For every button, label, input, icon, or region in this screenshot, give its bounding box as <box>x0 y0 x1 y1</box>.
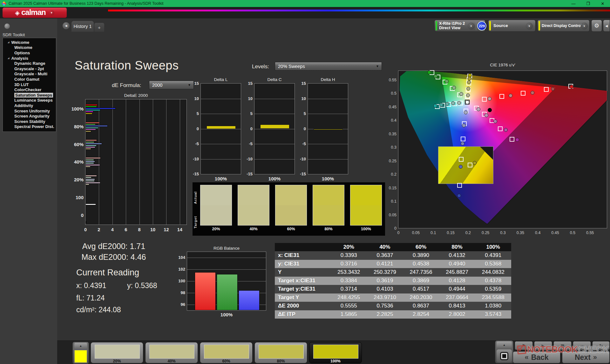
x-tick-label: 6 <box>121 227 131 232</box>
sidebar-item-luminance-sweeps[interactable]: Luminance Sweeps <box>3 98 56 103</box>
y-tick-label: -15 <box>244 172 253 176</box>
pattern-button-100%[interactable]: 100% <box>309 342 362 363</box>
table-cell: 0.4944 <box>439 286 475 292</box>
sidebar-item-saturation-sweeps[interactable]: Saturation Sweeps <box>3 92 56 98</box>
y-tick-label: 104 <box>177 255 185 260</box>
table-cell: 0.8413 <box>439 303 475 309</box>
table-cell: 3.5743 <box>475 311 511 318</box>
source-dropdown-icon[interactable]: ▼ <box>526 23 533 30</box>
sidebar-item-grayscale-2pt[interactable]: Grayscale - 2pt <box>3 66 56 71</box>
y-tick-label: 15 <box>191 81 199 86</box>
table-header-cell: 20% <box>331 244 367 250</box>
toolbar-button-3[interactable]: ▦ <box>553 341 572 350</box>
sidebar-item-grayscale-multi[interactable]: Grayscale - Multi <box>3 71 56 77</box>
sidebar-item-dynamic-range[interactable]: Dynamic Range <box>3 61 56 66</box>
table-row: ΔE ITP1.58652.28252.82542.80023.5743 <box>275 310 511 319</box>
sidebar-item-color-gamut[interactable]: Color Gamut <box>3 77 56 82</box>
meter-device-box[interactable]: X-Rite i1Pro 2 Direct View ▼ 229 <box>434 20 485 32</box>
next-button[interactable]: Next » <box>562 351 610 363</box>
rgb-bar-red <box>195 272 216 310</box>
sidebar-collapse-icon[interactable]: ◀ <box>63 22 70 29</box>
sidebar-item-additivity[interactable]: Additivity <box>3 103 56 108</box>
stop-button[interactable] <box>497 349 512 362</box>
toolbar-button-2[interactable]: ▶ <box>534 341 552 350</box>
measured-circle-red <box>488 97 491 101</box>
pattern-button-40%[interactable]: 40% <box>145 342 198 363</box>
group-label: 0 <box>69 212 85 218</box>
gridline <box>187 258 266 258</box>
minimize-button[interactable]: — <box>566 0 581 7</box>
close-button[interactable]: ✕ <box>595 0 610 7</box>
gridline <box>308 99 348 99</box>
toolbar-button-5[interactable]: ↻ <box>592 341 610 350</box>
workflow-title: SDR Toolkit <box>3 32 25 37</box>
sidebar-item-screen-uniformity[interactable]: Screen Uniformity <box>3 108 56 114</box>
table-cell: 0.5368 <box>475 261 511 267</box>
restore-button[interactable]: ❐ <box>581 0 595 7</box>
inset-target-square <box>468 163 472 167</box>
swatch-target <box>350 205 382 225</box>
sidebar-item-colorchecker[interactable]: ColorChecker <box>3 87 56 92</box>
pattern-swatch <box>259 345 304 359</box>
pattern-button-60%[interactable]: 60% <box>200 342 253 363</box>
back-button[interactable]: « Back <box>513 351 560 363</box>
device-name: X-Rite i1Pro 2 <box>439 21 465 26</box>
y-tick-label: 0.05 <box>383 213 396 217</box>
sidebar-item-screen-stability[interactable]: Screen Stability <box>3 119 56 124</box>
y-tick-label: 0.2 <box>383 172 396 177</box>
x-tick-label: 8 <box>135 227 144 232</box>
avg-de2000: Avg dE2000: 1.71 <box>74 241 154 252</box>
device-mode: Direct View <box>439 26 465 30</box>
y-tick-label: 0.55 <box>383 78 396 82</box>
sidebar-item-analysis[interactable]: ◢Analysis <box>3 56 56 61</box>
device-dropdown-icon[interactable]: ▼ <box>468 23 475 30</box>
delta-c-chart: 151050-5-10-15 <box>254 83 295 174</box>
settings-button[interactable]: ⚙ <box>591 20 602 32</box>
display-control-dropdown-icon[interactable]: ▼ <box>581 23 588 30</box>
measured-circle-cyan <box>445 102 449 106</box>
nav-expand-button[interactable]: ▲ <box>497 341 512 348</box>
meter-source-box[interactable]: Source ▼ <box>488 20 536 32</box>
sidebar-item-screen-angularity[interactable]: Screen Angularity <box>3 113 56 119</box>
pattern-button-80%[interactable]: 80% <box>254 342 307 363</box>
flag-icon: ⚑ <box>522 343 526 348</box>
pattern-label: 40% <box>146 359 198 363</box>
table-row-label: Y <box>275 269 331 275</box>
current-pattern-swatch[interactable] <box>74 350 87 363</box>
de-bar <box>85 139 97 141</box>
toolbar-button-1[interactable]: ⚑ <box>515 341 533 350</box>
x-tick-label: 10 <box>148 227 158 232</box>
de-bar <box>85 182 100 184</box>
sidebar-item-spectral-power-dist-[interactable]: Spectral Power Dist. <box>3 124 56 130</box>
tree-expand-icon[interactable]: ◢ <box>8 57 9 59</box>
sidebar-radio-icon[interactable] <box>4 24 10 29</box>
de-formula-select[interactable]: 2000 ▼ <box>149 81 194 89</box>
add-tab-button[interactable]: + <box>94 23 104 32</box>
sidebar-item-label: Dynamic Range <box>14 61 45 66</box>
sidebar-item-label: Analysis <box>11 56 28 61</box>
tab-history-1[interactable]: History 1 <box>71 21 94 32</box>
de-formula-value: 2000 <box>152 83 162 88</box>
sidebar-item-options[interactable]: Options <box>3 50 56 56</box>
pattern-expand-button[interactable]: ▲ <box>74 343 87 349</box>
measurement-count-badge[interactable]: 229 <box>477 21 486 30</box>
y-tick-label: 10 <box>298 96 306 101</box>
panel-collapse-button[interactable]: ◀ <box>603 20 610 32</box>
y-tick-label: -5 <box>244 141 253 146</box>
sidebar-item-welcome[interactable]: ◢Welcome <box>3 40 56 45</box>
group-label: 100% <box>69 106 85 111</box>
toolbar-button-4[interactable]: ∞ <box>573 341 591 350</box>
measured-circle-cyan <box>439 103 443 107</box>
measured-circle-cyan <box>457 101 461 105</box>
tree-expand-icon[interactable]: ◢ <box>8 41 9 44</box>
sidebar-item-welcome[interactable]: Welcome <box>3 45 56 51</box>
sidebar-item-label: Screen Stability <box>14 119 45 124</box>
swatch-target <box>200 205 232 225</box>
sidebar-item-3d-lut[interactable]: 3D LUT <box>3 82 56 87</box>
calman-menu-button[interactable]: ◈ calman ▼ <box>3 8 67 18</box>
pattern-button-20%[interactable]: 20% <box>91 342 143 363</box>
levels-select[interactable]: 20% Sweeps ▼ <box>275 62 382 71</box>
meter-display-control-box[interactable]: Direct Display Control ▼ <box>537 20 590 32</box>
swatch-60% <box>275 185 307 226</box>
delta-c-xlabel: 100% <box>254 176 295 181</box>
